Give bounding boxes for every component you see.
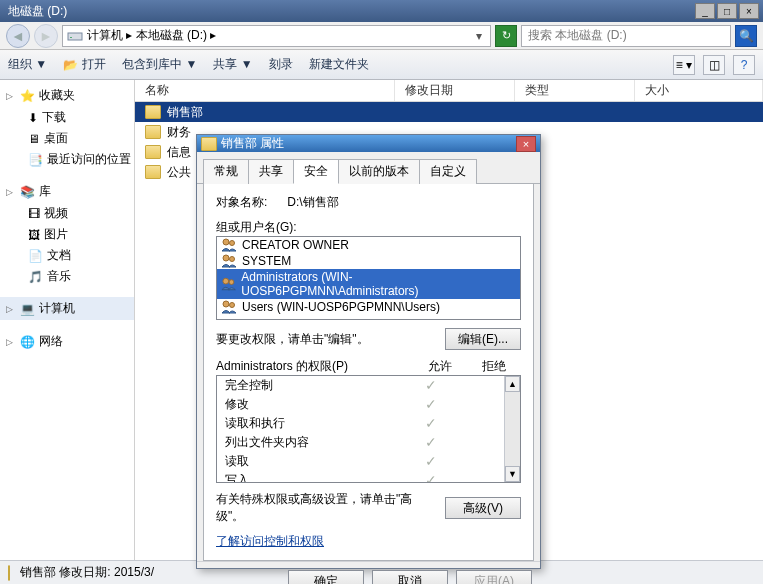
svg-rect-1 xyxy=(70,37,72,38)
preview-pane-button[interactable]: ◫ xyxy=(703,55,725,75)
drive-icon xyxy=(67,28,83,44)
allow-check-icon: ✓ xyxy=(404,396,458,413)
permission-name: 读取和执行 xyxy=(225,415,404,432)
back-button[interactable]: ◄ xyxy=(6,24,30,48)
scroll-up-icon[interactable]: ▲ xyxy=(505,376,520,392)
dialog-close-button[interactable]: × xyxy=(516,136,536,152)
users-icon xyxy=(221,277,236,291)
tab-security[interactable]: 安全 xyxy=(293,159,339,184)
principal-name: CREATOR OWNER xyxy=(242,238,349,252)
tab-general[interactable]: 常规 xyxy=(203,159,249,184)
advanced-button[interactable]: 高级(V) xyxy=(445,497,521,519)
sidebar-libraries[interactable]: ▷📚库 xyxy=(0,180,134,203)
permission-row: 写入✓ xyxy=(217,471,520,483)
scrollbar[interactable]: ▲ ▼ xyxy=(504,376,520,482)
permission-name: 读取 xyxy=(225,453,404,470)
svg-rect-0 xyxy=(68,33,82,40)
principal-name: Users (WIN-UOSP6PGPMNN\Users) xyxy=(242,300,440,314)
view-button[interactable]: ≡ ▾ xyxy=(673,55,695,75)
principal-name: SYSTEM xyxy=(242,254,291,268)
sidebar-desktop[interactable]: 🖥桌面 xyxy=(0,128,134,149)
sidebar-favorites[interactable]: ▷⭐收藏夹 xyxy=(0,84,134,107)
dialog-titlebar[interactable]: 销售部 属性 × xyxy=(197,135,540,152)
cancel-button[interactable]: 取消 xyxy=(372,570,448,584)
col-name[interactable]: 名称 xyxy=(135,80,395,101)
organize-menu[interactable]: 组织 ▼ xyxy=(8,56,47,73)
folder-icon xyxy=(145,125,161,139)
deny-label: 拒绝 xyxy=(467,358,521,375)
search-go-button[interactable]: 🔍 xyxy=(735,25,757,47)
advanced-hint: 有关特殊权限或高级设置，请单击"高级"。 xyxy=(216,491,416,525)
allow-check-icon: ✓ xyxy=(404,377,458,394)
address-bar: ◄ ► 计算机 ▸ 本地磁盘 (D:) ▸ ▾ ↻ 搜索 本地磁盘 (D:) 🔍 xyxy=(0,22,763,50)
folder-name: 信息 xyxy=(167,144,191,161)
include-menu[interactable]: 包含到库中 ▼ xyxy=(122,56,197,73)
apply-button[interactable]: 应用(A) xyxy=(456,570,532,584)
sidebar-network[interactable]: ▷🌐网络 xyxy=(0,330,134,353)
sidebar-computer[interactable]: ▷💻计算机 xyxy=(0,297,134,320)
allow-check-icon: ✓ xyxy=(404,434,458,451)
video-icon: 🎞 xyxy=(28,207,40,221)
svg-point-5 xyxy=(230,257,235,262)
scroll-down-icon[interactable]: ▼ xyxy=(505,466,520,482)
edit-button[interactable]: 编辑(E)... xyxy=(445,328,521,350)
edit-hint: 要更改权限，请单击"编辑"。 xyxy=(216,331,369,348)
folder-icon xyxy=(145,165,161,179)
object-name-value: D:\销售部 xyxy=(287,194,338,211)
list-item[interactable]: SYSTEM xyxy=(217,253,520,269)
permission-name: 列出文件夹内容 xyxy=(225,434,404,451)
learn-link[interactable]: 了解访问控制和权限 xyxy=(216,534,324,548)
burn-menu[interactable]: 刻录 xyxy=(269,56,293,73)
close-button[interactable]: × xyxy=(739,3,759,19)
svg-point-4 xyxy=(223,255,229,261)
open-icon: 📂 xyxy=(63,58,78,72)
tab-share[interactable]: 共享 xyxy=(248,159,294,184)
sidebar-videos[interactable]: 🎞视频 xyxy=(0,203,134,224)
permissions-header: Administrators 的权限(P) xyxy=(216,358,413,375)
recent-icon: 📑 xyxy=(28,153,43,167)
tab-previous-versions[interactable]: 以前的版本 xyxy=(338,159,420,184)
share-menu[interactable]: 共享 ▼ xyxy=(213,56,252,73)
sidebar-documents[interactable]: 📄文档 xyxy=(0,245,134,266)
sidebar-music[interactable]: 🎵音乐 xyxy=(0,266,134,287)
forward-button[interactable]: ► xyxy=(34,24,58,48)
minimize-button[interactable]: _ xyxy=(695,3,715,19)
maximize-button[interactable]: □ xyxy=(717,3,737,19)
picture-icon: 🖼 xyxy=(28,228,40,242)
folder-name: 销售部 xyxy=(167,104,203,121)
sidebar-downloads[interactable]: ⬇下载 xyxy=(0,107,134,128)
breadcrumb-dropdown-icon[interactable]: ▾ xyxy=(472,29,486,43)
sidebar-recent[interactable]: 📑最近访问的位置 xyxy=(0,149,134,170)
folder-icon xyxy=(145,105,161,119)
tabs: 常规 共享 安全 以前的版本 自定义 xyxy=(197,152,540,184)
col-size[interactable]: 大小 xyxy=(635,80,763,101)
dialog-buttons: 确定 取消 应用(A) xyxy=(197,561,540,584)
search-input[interactable]: 搜索 本地磁盘 (D:) xyxy=(521,25,731,47)
allow-check-icon: ✓ xyxy=(404,453,458,470)
permissions-listbox[interactable]: 完全控制✓修改✓读取和执行✓列出文件夹内容✓读取✓写入✓ ▲ ▼ xyxy=(216,375,521,483)
permission-row: 列出文件夹内容✓ xyxy=(217,433,520,452)
permission-row: 读取✓ xyxy=(217,452,520,471)
list-item[interactable]: Users (WIN-UOSP6PGPMNN\Users) xyxy=(217,299,520,315)
breadcrumb[interactable]: 计算机 ▸ 本地磁盘 (D:) ▸ ▾ xyxy=(62,25,491,47)
window-controls: _ □ × xyxy=(695,3,759,19)
col-type[interactable]: 类型 xyxy=(515,80,635,101)
list-item[interactable]: Administrators (WIN-UOSP6PGPMNN\Administ… xyxy=(217,269,520,299)
allow-check-icon: ✓ xyxy=(404,415,458,432)
newfolder-menu[interactable]: 新建文件夹 xyxy=(309,56,369,73)
tab-body-security: 对象名称: D:\销售部 组或用户名(G): CREATOR OWNERSYST… xyxy=(203,184,534,561)
refresh-button[interactable]: ↻ xyxy=(495,25,517,47)
list-item[interactable]: CREATOR OWNER xyxy=(217,237,520,253)
col-modified[interactable]: 修改日期 xyxy=(395,80,515,101)
search-placeholder: 搜索 本地磁盘 (D:) xyxy=(528,27,627,44)
sidebar-pictures[interactable]: 🖼图片 xyxy=(0,224,134,245)
permission-row: 完全控制✓ xyxy=(217,376,520,395)
open-menu[interactable]: 📂 打开 xyxy=(63,56,106,73)
help-button[interactable]: ? xyxy=(733,55,755,75)
tab-custom[interactable]: 自定义 xyxy=(419,159,477,184)
table-row[interactable]: 销售部 xyxy=(135,102,763,122)
svg-point-9 xyxy=(230,303,235,308)
principals-listbox[interactable]: CREATOR OWNERSYSTEMAdministrators (WIN-U… xyxy=(216,236,521,320)
folder-name: 公共 xyxy=(167,164,191,181)
ok-button[interactable]: 确定 xyxy=(288,570,364,584)
